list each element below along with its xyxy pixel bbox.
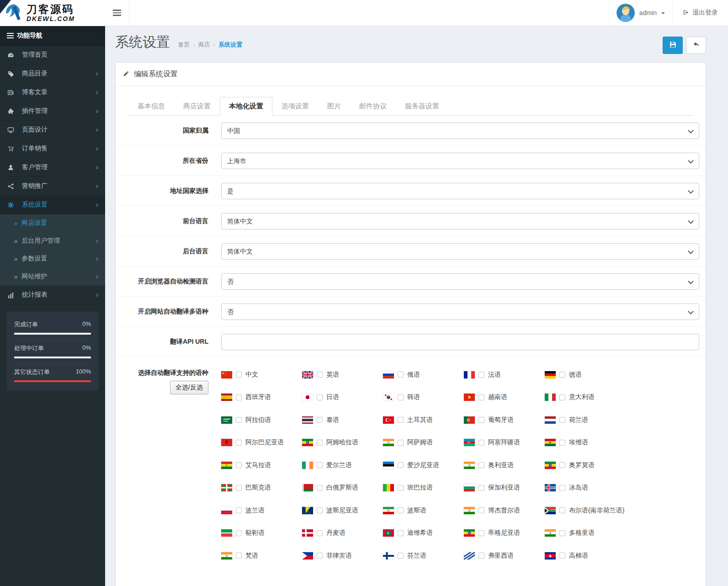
- sidebar-item-blog[interactable]: 博客文章›: [0, 83, 105, 102]
- language-checkbox[interactable]: [317, 553, 323, 559]
- language-option[interactable]: 奥罗莫语: [545, 461, 626, 469]
- save-button[interactable]: [663, 37, 683, 54]
- sidebar-subitem-parameters[interactable]: »参数设置›: [0, 250, 105, 268]
- sidebar-item-system-settings[interactable]: 系统设置›: [0, 196, 105, 214]
- language-option[interactable]: 韩语: [383, 393, 464, 401]
- language-checkbox[interactable]: [398, 530, 404, 536]
- language-option[interactable]: 越南语: [464, 393, 545, 401]
- language-option[interactable]: 德语: [545, 371, 626, 379]
- breadcrumb-item[interactable]: 首页: [178, 41, 190, 48]
- auto-translate-select[interactable]: 否: [221, 304, 699, 320]
- language-checkbox[interactable]: [478, 394, 484, 400]
- language-option[interactable]: 丹麦语: [302, 529, 383, 537]
- sidebar-subitem-maintenance[interactable]: »网站维护›: [0, 268, 105, 286]
- tab-image[interactable]: 图片: [318, 97, 350, 116]
- language-option[interactable]: 菲律宾语: [302, 552, 383, 560]
- language-option[interactable]: 葡萄牙语: [464, 416, 545, 424]
- back-button[interactable]: [686, 37, 706, 54]
- language-checkbox[interactable]: [559, 440, 565, 446]
- language-checkbox[interactable]: [559, 553, 565, 559]
- sidebar-item-dashboard[interactable]: 管理首页: [0, 46, 105, 64]
- language-option[interactable]: 梵语: [221, 552, 302, 560]
- language-option[interactable]: 阿塞拜疆语: [464, 438, 545, 447]
- province-select[interactable]: 上海市: [221, 153, 699, 169]
- language-checkbox[interactable]: [236, 372, 242, 378]
- language-checkbox[interactable]: [398, 440, 404, 446]
- language-option[interactable]: 意大利语: [545, 393, 626, 401]
- language-checkbox[interactable]: [236, 440, 242, 446]
- language-checkbox[interactable]: [317, 530, 323, 536]
- sidebar-subitem-admin-users[interactable]: »后台用户管理›: [0, 232, 105, 250]
- sidebar-item-page-design[interactable]: 页面设计›: [0, 121, 105, 139]
- sidebar-item-orders[interactable]: 订单销售›: [0, 139, 105, 158]
- sidebar-item-reports[interactable]: 统计报表›: [0, 286, 105, 304]
- language-checkbox[interactable]: [317, 394, 323, 400]
- language-checkbox[interactable]: [559, 394, 565, 400]
- sidebar-item-plugins[interactable]: 插件管理›: [0, 102, 105, 121]
- brand-logo[interactable]: 刀客源码 DKEWL.COM: [0, 0, 105, 26]
- user-menu[interactable]: admin: [609, 0, 672, 26]
- language-checkbox[interactable]: [236, 530, 242, 536]
- language-option[interactable]: 白俄罗斯语: [302, 484, 383, 492]
- browser-language-detect-select[interactable]: 否: [221, 273, 699, 290]
- language-checkbox[interactable]: [478, 462, 484, 468]
- language-checkbox[interactable]: [398, 394, 404, 400]
- language-checkbox[interactable]: [236, 553, 242, 559]
- language-checkbox[interactable]: [478, 372, 484, 378]
- language-option[interactable]: 迪维希语: [383, 529, 464, 537]
- language-checkbox[interactable]: [398, 507, 404, 513]
- language-checkbox[interactable]: [317, 485, 323, 491]
- language-checkbox[interactable]: [398, 485, 404, 491]
- language-checkbox[interactable]: [236, 394, 242, 400]
- language-option[interactable]: 芬兰语: [383, 552, 464, 560]
- admin-language-select[interactable]: 简体中文: [221, 243, 699, 260]
- language-checkbox[interactable]: [236, 507, 242, 513]
- sidebar-item-catalog[interactable]: 商品目录›: [0, 64, 105, 83]
- language-option[interactable]: 日语: [302, 393, 383, 401]
- language-checkbox[interactable]: [236, 485, 242, 491]
- language-checkbox[interactable]: [478, 507, 484, 513]
- language-option[interactable]: 阿萨姆语: [383, 438, 464, 447]
- language-option[interactable]: 高棉语: [545, 552, 626, 560]
- language-option[interactable]: 布尔语(南非荷兰语): [545, 506, 626, 515]
- language-checkbox[interactable]: [317, 507, 323, 513]
- tab-mail[interactable]: 邮件协议: [350, 97, 396, 116]
- language-checkbox[interactable]: [559, 530, 565, 536]
- address-country-select[interactable]: 是: [221, 183, 699, 199]
- language-checkbox[interactable]: [478, 530, 484, 536]
- language-option[interactable]: 中文: [221, 371, 302, 379]
- language-option[interactable]: 土耳其语: [383, 416, 464, 424]
- frontend-language-select[interactable]: 简体中文: [221, 213, 699, 229]
- language-checkbox[interactable]: [317, 372, 323, 378]
- language-option[interactable]: 波兰语: [221, 506, 302, 515]
- country-select[interactable]: 中国: [221, 123, 699, 139]
- language-checkbox[interactable]: [317, 440, 323, 446]
- language-option[interactable]: 荷兰语: [545, 416, 626, 424]
- language-option[interactable]: 埃维语: [545, 438, 626, 447]
- logout-button[interactable]: 退出登录: [672, 0, 728, 26]
- language-checkbox[interactable]: [478, 485, 484, 491]
- language-option[interactable]: 西班牙语: [221, 393, 302, 401]
- language-checkbox[interactable]: [398, 417, 404, 423]
- language-checkbox[interactable]: [559, 485, 565, 491]
- language-option[interactable]: 多格里语: [545, 529, 626, 537]
- language-checkbox[interactable]: [559, 462, 565, 468]
- breadcrumb-item[interactable]: 商店: [198, 41, 210, 48]
- language-option[interactable]: 爱沙尼亚语: [383, 461, 464, 469]
- sidebar-item-customers[interactable]: 客户管理›: [0, 158, 105, 177]
- language-option[interactable]: 弗里西语: [464, 552, 545, 560]
- language-option[interactable]: 英语: [302, 371, 383, 379]
- language-checkbox[interactable]: [559, 417, 565, 423]
- tab-basic[interactable]: 基本信息: [128, 97, 174, 116]
- tab-localisation[interactable]: 本地化设置: [220, 97, 272, 116]
- language-option[interactable]: 泰语: [302, 416, 383, 424]
- language-option[interactable]: 法语: [464, 371, 545, 379]
- language-checkbox[interactable]: [236, 417, 242, 423]
- language-checkbox[interactable]: [559, 372, 565, 378]
- language-checkbox[interactable]: [478, 417, 484, 423]
- language-option[interactable]: 班巴拉语: [383, 484, 464, 492]
- sidebar-item-marketing[interactable]: 营销推广›: [0, 177, 105, 196]
- language-option[interactable]: 阿尔巴尼亚语: [221, 438, 302, 447]
- language-option[interactable]: 奥利亚语: [464, 461, 545, 469]
- language-checkbox[interactable]: [398, 372, 404, 378]
